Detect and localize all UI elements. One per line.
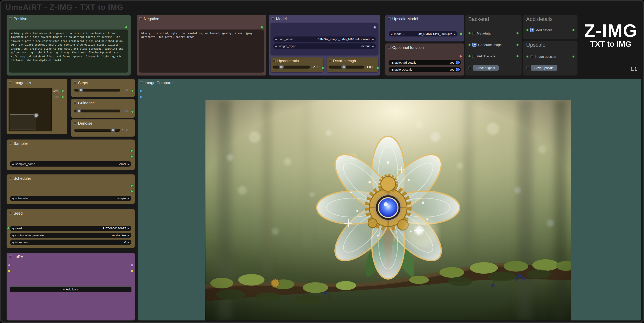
detail-strength-header[interactable]: Detail strengh — [326, 57, 378, 64]
collapse-icon[interactable] — [9, 255, 12, 258]
negative-prompt-input[interactable]: blurry, distorted, ugly, low resolution,… — [139, 29, 264, 72]
collapse-icon[interactable] — [273, 59, 276, 62]
weight-dtype-combo[interactable]: weight_dtype default — [273, 43, 376, 49]
group-model-header[interactable]: Model — [269, 15, 380, 22]
height-output-dot[interactable] — [61, 96, 64, 98]
slider-track[interactable] — [74, 110, 120, 112]
group-guidance-header[interactable]: Guidance — [71, 99, 135, 107]
guidance-output-dot[interactable] — [131, 110, 134, 113]
output-dot[interactable] — [516, 43, 519, 46]
slider-knob[interactable] — [76, 108, 81, 113]
input-dot[interactable] — [526, 29, 529, 31]
combo-next-icon[interactable] — [128, 226, 130, 230]
save-original-node[interactable]: Save original — [467, 65, 520, 71]
collapse-icon[interactable] — [468, 66, 471, 69]
combo-prev-icon[interactable] — [12, 233, 14, 237]
upscale-ratio-output-dot[interactable] — [321, 66, 324, 69]
combo-next-icon[interactable] — [372, 37, 374, 41]
guidance-slider[interactable]: 1.0 — [74, 109, 128, 113]
group-comparer-header[interactable]: Image Comparer — [138, 79, 641, 86]
lora-clip-input-dot[interactable] — [8, 270, 11, 272]
add-lora-button[interactable]: + Add Lora — [10, 286, 132, 292]
upscale-ratio-header[interactable]: Upscale ratio — [271, 57, 323, 64]
detail-strength-slider[interactable]: 1.00 — [329, 65, 372, 69]
save-upscale-node[interactable]: Save upscale — [525, 65, 576, 71]
detail-strength-output-dot[interactable] — [376, 66, 379, 69]
scheduler-combo[interactable]: scheduler simple — [10, 196, 132, 201]
group-image-size-header[interactable]: Image size — [6, 79, 67, 86]
lora-clip-output-dot[interactable] — [130, 270, 134, 272]
collapse-icon[interactable] — [9, 17, 12, 20]
combo-next-icon[interactable] — [372, 44, 374, 48]
size-picker-handle[interactable] — [34, 113, 38, 118]
combo-next-icon[interactable] — [128, 240, 130, 244]
collapse-icon[interactable] — [74, 122, 76, 125]
detail-strength-node[interactable]: Detail strengh 1.00 — [326, 57, 378, 72]
generate-image-node[interactable]: Generate image — [467, 42, 520, 48]
lora-model-output-dot[interactable] — [130, 264, 134, 267]
optional-output-dot[interactable] — [459, 55, 462, 58]
combo-prev-icon[interactable] — [275, 37, 277, 41]
model-output-dot[interactable] — [374, 26, 376, 29]
collapse-icon[interactable] — [140, 81, 143, 84]
collapse-icon[interactable] — [272, 17, 274, 20]
group-backend-title[interactable]: Backend — [466, 15, 522, 23]
enable-upscale-toggle[interactable]: Enable Upscale yes — [388, 67, 461, 72]
collapse-icon[interactable] — [74, 81, 76, 84]
collapse-icon[interactable] — [526, 66, 529, 69]
input-dot[interactable] — [468, 43, 471, 46]
vae-decode-node[interactable]: VAE Decode — [467, 53, 520, 59]
input-dot[interactable] — [526, 55, 529, 58]
group-scheduler-header[interactable]: Scheduler — [6, 174, 135, 182]
collapse-icon[interactable] — [388, 17, 391, 20]
group-lora-header[interactable]: LoRA — [6, 253, 135, 261]
lora-model-input-dot[interactable] — [8, 264, 11, 267]
image-upscale-node[interactable]: Image upscale — [525, 54, 576, 59]
output-dot[interactable] — [516, 55, 519, 58]
sampler-name-combo[interactable]: sampler_name euler — [10, 161, 132, 167]
save-original-button[interactable]: Save original — [473, 65, 498, 70]
slider-track[interactable] — [74, 89, 120, 91]
collapse-icon[interactable] — [9, 177, 12, 180]
input-dot[interactable] — [468, 32, 471, 34]
combo-next-icon[interactable] — [128, 162, 130, 166]
collapse-icon[interactable] — [530, 55, 533, 58]
combo-prev-icon[interactable] — [12, 226, 14, 230]
add-details-node[interactable]: Add details — [525, 27, 576, 33]
group-seed-header[interactable]: Seed — [6, 209, 135, 217]
collapse-icon[interactable] — [9, 212, 12, 215]
group-sampler-header[interactable]: Sampler — [6, 140, 135, 147]
toggle-knob[interactable] — [456, 68, 460, 71]
seed-combo[interactable]: seed 91750806230925 — [10, 226, 132, 231]
width-output-dot[interactable] — [61, 89, 64, 92]
size-picker-widget[interactable] — [8, 88, 52, 131]
control-after-generate-combo[interactable]: control after generate randomize — [10, 233, 132, 238]
group-upscale-model-header[interactable]: Upscale Model — [385, 15, 464, 22]
steps-slider[interactable]: 8 — [74, 88, 128, 92]
toggle-knob[interactable] — [456, 61, 460, 64]
slider-knob[interactable] — [279, 64, 284, 69]
group-add-details-title[interactable]: Add details — [523, 15, 578, 23]
group-optional-header[interactable]: Optionnal fonction — [385, 43, 464, 51]
image-b-input-dot[interactable] — [139, 96, 142, 98]
sampler-output-dot[interactable] — [130, 149, 133, 152]
seed-input-dot[interactable] — [7, 227, 10, 230]
collapse-icon[interactable] — [388, 46, 391, 49]
group-negative-header[interactable]: Negative — [137, 15, 266, 22]
slider-track[interactable] — [329, 66, 364, 69]
combo-next-icon[interactable] — [128, 233, 130, 237]
group-upscale-title[interactable]: Upscale — [523, 41, 578, 49]
collapse-icon[interactable] — [472, 32, 475, 35]
collapse-icon[interactable] — [472, 55, 475, 58]
increment-combo[interactable]: increment 0 — [10, 240, 132, 245]
metadata-node[interactable]: Metadata — [467, 30, 520, 36]
unet-name-combo[interactable]: unet_name Z-IMG\z_image_turbo_bf16.safet… — [273, 36, 376, 42]
combo-prev-icon[interactable] — [12, 197, 14, 200]
upscale-ratio-node[interactable]: Upscale ratio 2.0 — [271, 57, 323, 72]
combo-prev-icon[interactable] — [12, 162, 14, 166]
positive-prompt-input[interactable]: A highly detailed macro photograph of a … — [9, 29, 128, 72]
slider-knob[interactable] — [78, 87, 83, 92]
upscale-ratio-slider[interactable]: 2.0 — [273, 65, 318, 69]
upscale-model-combo[interactable]: model ... 4x_NMKD-Siax_200k.pth — [388, 31, 458, 37]
collapse-icon[interactable] — [74, 101, 76, 104]
